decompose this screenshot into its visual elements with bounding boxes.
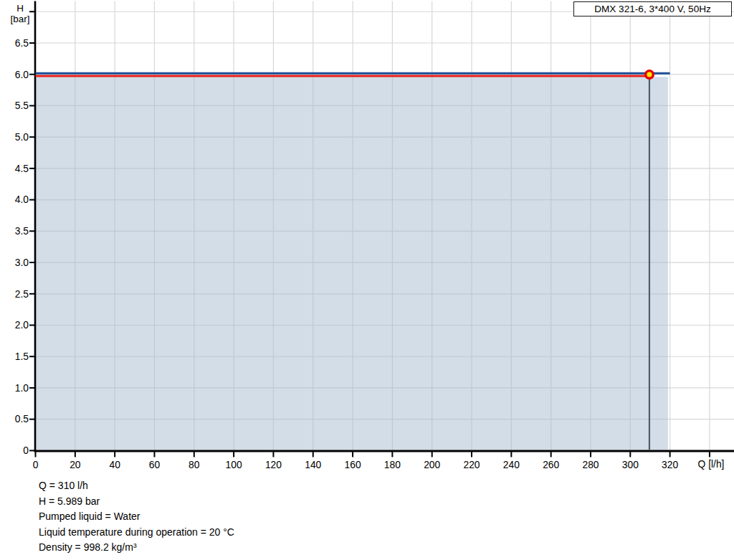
x-tick-label: 280 xyxy=(582,460,599,470)
y-tick-label: 4.0 xyxy=(15,194,29,205)
x-tick-label: 20 xyxy=(70,460,81,470)
footer-line-liquid-temperature: Liquid temperature during operation = 20… xyxy=(39,525,234,541)
chart-footer: Q = 310 l/h H = 5.989 bar Pumped liquid … xyxy=(39,478,234,556)
footer-line-head: H = 5.989 bar xyxy=(39,494,234,510)
y-tick-label: 1.0 xyxy=(15,383,29,394)
x-tick-label: 200 xyxy=(424,460,440,470)
chart-canvas: 00.51.01.52.02.53.03.54.04.55.05.56.06.5… xyxy=(0,0,734,475)
x-tick-label: 320 xyxy=(662,460,678,470)
x-tick-label: 240 xyxy=(503,460,520,470)
y-tick-label: 0 xyxy=(23,445,29,456)
legend-box: DMX 321-6, 3*400 V, 50Hz xyxy=(573,1,732,16)
legend-label: DMX 321-6, 3*400 V, 50Hz xyxy=(594,4,711,14)
y-axis-title-unit: [bar] xyxy=(4,14,36,24)
y-axis-title: H [bar] xyxy=(4,3,36,25)
y-tick-label: 3.0 xyxy=(15,257,29,268)
y-tick-label: 2.5 xyxy=(15,289,29,300)
x-tick-label: 60 xyxy=(149,460,161,470)
x-tick-label: 220 xyxy=(464,460,480,470)
x-tick-label: 0 xyxy=(33,460,39,470)
x-tick-label: 300 xyxy=(622,460,639,470)
y-tick-label: 0.5 xyxy=(15,414,29,424)
x-tick-label: 140 xyxy=(305,460,321,470)
y-tick-label: 1.5 xyxy=(15,351,29,362)
curve-area-fill xyxy=(36,77,668,450)
y-tick-label: 5.5 xyxy=(15,100,29,111)
x-axis-title: Q [l/h] xyxy=(690,459,732,470)
x-tick-label: 120 xyxy=(265,460,282,470)
y-tick-label: 6.5 xyxy=(15,38,29,49)
x-tick-label: 80 xyxy=(189,460,200,470)
y-tick-label: 3.5 xyxy=(15,226,29,237)
footer-line-flow: Q = 310 l/h xyxy=(39,478,234,494)
x-tick-label: 40 xyxy=(109,460,120,470)
y-tick-label: 5.0 xyxy=(15,132,29,143)
y-tick-label: 2.0 xyxy=(15,320,29,331)
pump-performance-chart-page: 00.51.01.52.02.53.03.54.04.55.05.56.06.5… xyxy=(0,0,734,560)
x-tick-label: 260 xyxy=(543,460,559,470)
footer-line-pumped-liquid: Pumped liquid = Water xyxy=(39,509,234,525)
x-tick-label: 180 xyxy=(384,460,401,470)
x-tick-label: 100 xyxy=(226,460,242,470)
footer-line-density: Density = 998.2 kg/m³ xyxy=(39,540,234,556)
operating-point-marker xyxy=(646,71,654,79)
y-axis-title-symbol: H xyxy=(4,3,36,14)
y-tick-label: 6.0 xyxy=(15,70,29,80)
y-tick-label: 4.5 xyxy=(15,163,29,174)
x-tick-label: 160 xyxy=(345,460,361,470)
